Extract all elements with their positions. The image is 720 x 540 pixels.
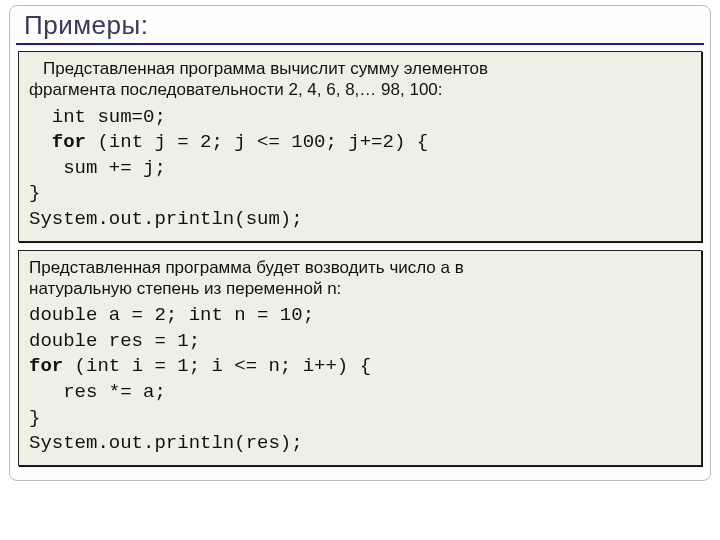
- example-panel-1: Представленная программа вычислит сумму …: [18, 51, 702, 242]
- code-line: double a = 2; int n = 10;: [29, 304, 314, 326]
- code-line: [29, 131, 52, 153]
- code-line: sum += j;: [29, 157, 166, 179]
- slide-title: Примеры:: [10, 10, 710, 43]
- keyword-for: for: [29, 355, 63, 377]
- example2-description: Представленная программа будет возводить…: [29, 257, 691, 300]
- example1-description: Представленная программа вычислит сумму …: [29, 58, 691, 101]
- example1-code: int sum=0; for (int j = 2; j <= 100; j+=…: [29, 105, 691, 233]
- example-panel-2: Представленная программа будет возводить…: [18, 250, 702, 466]
- code-line: System.out.println(sum);: [29, 208, 303, 230]
- slide-frame: Примеры: Представленная программа вычисл…: [9, 5, 711, 481]
- title-underline: [16, 43, 704, 45]
- text-line: Представленная программа будет возводить…: [29, 258, 464, 277]
- code-line: System.out.println(res);: [29, 432, 303, 454]
- code-line: }: [29, 182, 40, 204]
- example2-code: double a = 2; int n = 10; double res = 1…: [29, 303, 691, 457]
- text-line: натуральную степень из переменной n:: [29, 279, 341, 298]
- keyword-for: for: [52, 131, 86, 153]
- code-line: (int j = 2; j <= 100; j+=2) {: [86, 131, 428, 153]
- code-line: res *= a;: [29, 381, 166, 403]
- text-line: Представленная программа вычислит сумму …: [43, 59, 488, 78]
- text-line: фрагмента последовательности 2, 4, 6, 8,…: [29, 80, 443, 99]
- code-line: (int i = 1; i <= n; i++) {: [63, 355, 371, 377]
- code-line: double res = 1;: [29, 330, 200, 352]
- code-line: }: [29, 407, 40, 429]
- code-line: int sum=0;: [29, 106, 166, 128]
